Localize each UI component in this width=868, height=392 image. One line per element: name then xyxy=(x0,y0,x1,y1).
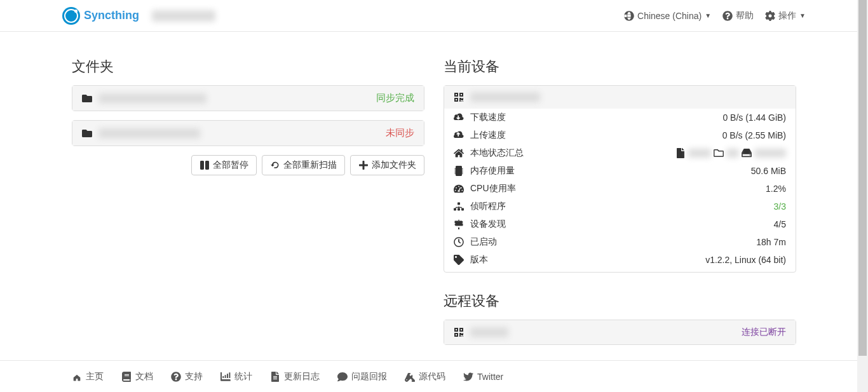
this-device-header[interactable] xyxy=(444,86,796,109)
footer-stats[interactable]: 统计 xyxy=(220,371,252,382)
footer-bugs[interactable]: 问题回报 xyxy=(337,371,387,382)
pause-all-button[interactable]: 全部暂停 xyxy=(191,155,257,175)
stat-cpu: CPU使用率 1.2% xyxy=(444,180,796,198)
folder-name-blur xyxy=(98,128,200,139)
folder-count-blur xyxy=(726,149,739,158)
folder-icon xyxy=(82,128,92,139)
folder-icon xyxy=(82,93,92,104)
remote-device-name-blur xyxy=(470,327,508,337)
device-name-blur xyxy=(470,92,540,102)
help-label: 帮助 xyxy=(736,10,754,22)
qrcode-icon xyxy=(454,92,464,102)
listeners-link[interactable]: 3/3 xyxy=(774,201,786,212)
folder-buttons-row: 全部暂停 全部重新扫描 添加文件夹 xyxy=(72,155,424,175)
file-icon xyxy=(675,148,686,158)
map-signs-icon xyxy=(454,219,464,229)
add-folder-label: 添加文件夹 xyxy=(372,159,416,171)
footer-support[interactable]: 支持 xyxy=(171,371,203,382)
refresh-icon xyxy=(270,160,280,170)
wrench-icon xyxy=(405,372,415,382)
question-circle-icon xyxy=(171,372,181,382)
brand-link[interactable]: Syncthing xyxy=(62,7,139,25)
folder-status: 同步完成 xyxy=(376,92,414,104)
folder-name-blur xyxy=(98,93,207,104)
scrollbar-track[interactable] xyxy=(857,0,868,392)
stat-uptime: 已启动 18h 7m xyxy=(444,233,796,251)
plus-icon xyxy=(358,160,369,170)
footer-twitter[interactable]: Twitter xyxy=(463,371,503,382)
question-circle-icon xyxy=(722,11,733,21)
stat-listeners: 侦听程序 3/3 xyxy=(444,198,796,215)
microchip-icon xyxy=(454,166,464,176)
folders-heading: 文件夹 xyxy=(72,57,424,76)
caret-down-icon: ▼ xyxy=(799,12,806,19)
actions-dropdown[interactable]: 操作 ▼ xyxy=(765,10,806,22)
stat-discovery: 设备发现 4/5 xyxy=(444,215,796,233)
stat-download: 下载速度 0 B/s (1.44 GiB) xyxy=(444,109,796,126)
folder-header-1[interactable]: 未同步 xyxy=(72,121,424,145)
scrollbar-thumb[interactable] xyxy=(858,0,867,356)
navbar: Syncthing Chinese (China) ▼ 帮助 操作 ▼ xyxy=(0,0,868,32)
twitter-icon xyxy=(463,372,473,382)
help-link[interactable]: 帮助 xyxy=(722,10,754,22)
discovery-link[interactable]: 4/5 xyxy=(774,219,786,229)
file-text-icon xyxy=(270,372,280,382)
clock-icon xyxy=(454,237,464,247)
actions-label: 操作 xyxy=(778,10,796,22)
stat-upload: 上传速度 0 B/s (2.55 MiB) xyxy=(444,126,796,144)
pause-all-label: 全部暂停 xyxy=(213,159,248,171)
folder-status: 未同步 xyxy=(386,127,414,139)
folder-outline-icon xyxy=(714,148,724,158)
cloud-upload-icon xyxy=(454,130,464,140)
folder-panel-0: 同步完成 xyxy=(72,85,424,111)
language-dropdown[interactable]: Chinese (China) ▼ xyxy=(624,11,711,21)
this-device-heading: 当前设备 xyxy=(444,57,796,76)
footer-source[interactable]: 源代码 xyxy=(405,371,445,382)
caret-down-icon: ▼ xyxy=(705,12,711,19)
device-column: 当前设备 下载速度 0 B/s (1.44 GiB) 上传速度 0 B/s (2… xyxy=(444,57,796,345)
pause-icon xyxy=(200,160,210,170)
device-id-blur xyxy=(152,10,215,22)
remote-device-panel: 连接已断开 xyxy=(444,320,796,345)
qrcode-icon xyxy=(454,327,464,337)
footer-home[interactable]: 主页 xyxy=(72,371,104,382)
remote-devices-heading: 远程设备 xyxy=(444,292,796,311)
footer-changelog[interactable]: 更新日志 xyxy=(270,371,320,382)
book-icon xyxy=(121,372,132,382)
footer-docs[interactable]: 文档 xyxy=(121,371,153,382)
remote-device-header[interactable]: 连接已断开 xyxy=(444,320,796,344)
rescan-all-label: 全部重新扫描 xyxy=(283,159,337,171)
tag-icon xyxy=(454,255,464,265)
stat-version: 版本 v1.2.2, Linux (64 bit) xyxy=(444,251,796,272)
stat-local-state: 本地状态汇总 xyxy=(444,144,796,162)
add-folder-button[interactable]: 添加文件夹 xyxy=(350,155,424,175)
folders-column: 文件夹 同步完成 未同步 全部暂停 全部重新扫描 xyxy=(72,57,424,345)
language-label: Chinese (China) xyxy=(637,11,702,21)
globe-icon xyxy=(624,11,634,21)
this-device-panel: 下载速度 0 B/s (1.44 GiB) 上传速度 0 B/s (2.55 M… xyxy=(444,85,796,273)
footer: 主页 文档 支持 统计 更新日志 问题回报 源代码 Twitter xyxy=(0,360,868,392)
folder-panel-1: 未同步 xyxy=(72,120,424,146)
tachometer-icon xyxy=(454,184,464,194)
size-blur xyxy=(754,149,786,158)
home-icon xyxy=(454,148,464,158)
remote-device-status: 连接已断开 xyxy=(742,327,786,338)
comment-icon xyxy=(337,372,348,382)
syncthing-logo-icon xyxy=(62,7,80,25)
brand-text: Syncthing xyxy=(84,9,139,22)
home-icon xyxy=(72,372,82,382)
rescan-all-button[interactable]: 全部重新扫描 xyxy=(262,155,345,175)
gear-icon xyxy=(765,11,775,21)
folder-header-0[interactable]: 同步完成 xyxy=(72,86,424,111)
cloud-download-icon xyxy=(454,112,464,123)
file-count-blur xyxy=(688,149,711,158)
stat-ram: 内存使用量 50.6 MiB xyxy=(444,162,796,180)
bar-chart-icon xyxy=(220,372,231,382)
sitemap-icon xyxy=(454,201,464,212)
hdd-icon xyxy=(742,148,752,158)
